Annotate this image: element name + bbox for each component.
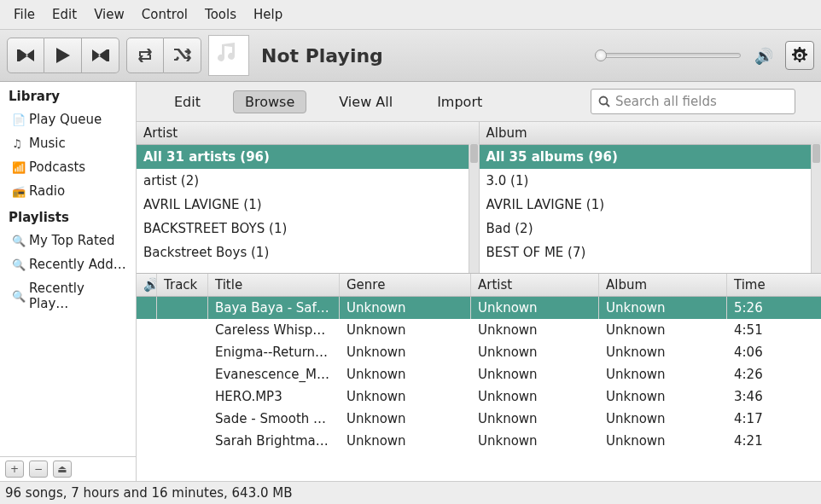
menu-file[interactable]: File (7, 3, 42, 26)
volume-slider[interactable] (596, 53, 741, 58)
add-playlist-button[interactable]: + (5, 461, 24, 478)
sidebar-playlist-item-icon: 🔍 (12, 258, 24, 271)
cell-genre: Unknown (340, 319, 471, 341)
sidebar-library-item-icon: 📄 (12, 113, 24, 126)
track-table-header[interactable]: 🔊 Track Title Genre Artist Album Time (137, 274, 821, 297)
sidebar-playlist-item-1[interactable]: 🔍Recently Add… (0, 252, 136, 276)
browsers: Artist All 31 artists (96)artist (2)AVRI… (137, 122, 821, 274)
sidebar-playlist-item-label: Recently Play… (29, 281, 127, 311)
menu-tools[interactable]: Tools (198, 3, 243, 26)
col-artist[interactable]: Artist (471, 274, 599, 296)
menu-help[interactable]: Help (247, 3, 289, 26)
viewbar-browse[interactable]: Browse (233, 90, 306, 113)
artist-scrollbar[interactable] (469, 144, 479, 273)
album-row[interactable]: Bad (2) (480, 217, 822, 240)
cell-play (137, 385, 157, 408)
viewbar-edit[interactable]: Edit (162, 90, 213, 113)
track-row[interactable]: Baya Baya - Saf…UnknownUnknownUnknown5:2… (137, 297, 821, 319)
album-browser-header[interactable]: Album (480, 122, 822, 145)
settings-button[interactable] (785, 41, 814, 70)
viewbar-import[interactable]: Import (425, 90, 494, 113)
volume-thumb[interactable] (595, 49, 607, 61)
cell-time: 5:26 (727, 297, 812, 319)
cell-album: Unknown (599, 341, 727, 363)
cell-artist: Unknown (471, 408, 599, 430)
artist-row[interactable]: AVRIL LAVIGNE (1) (137, 193, 479, 217)
album-browser: Album All 35 albums (96)3.0 (1)AVRIL LAV… (480, 122, 822, 273)
album-row[interactable]: 3.0 (1) (480, 169, 822, 193)
search-input[interactable] (615, 94, 788, 109)
cell-track (157, 319, 208, 341)
eject-button[interactable]: ⏏ (53, 461, 72, 478)
volume-icon: 🔊 (754, 47, 773, 65)
album-scrollbar[interactable] (811, 144, 821, 273)
artist-browser-header[interactable]: Artist (137, 122, 479, 145)
cell-album: Unknown (599, 385, 727, 408)
sidebar-playlist-item-2[interactable]: 🔍Recently Play… (0, 276, 136, 316)
cell-track (157, 297, 208, 319)
sidebar-library-item-label: Radio (29, 183, 65, 199)
col-track[interactable]: Track (157, 274, 208, 296)
cell-title: Baya Baya - Saf… (208, 297, 340, 319)
track-table: 🔊 Track Title Genre Artist Album Time Ba… (137, 274, 821, 481)
col-playing[interactable]: 🔊 (137, 274, 157, 296)
sidebar-library-item-label: Music (29, 136, 66, 151)
album-row[interactable]: BEST OF ME (7) (480, 240, 822, 264)
cell-time: 4:21 (727, 430, 812, 452)
track-row[interactable]: Evanescence_M…UnknownUnknownUnknown4:26 (137, 363, 821, 385)
content: Edit Browse View All Import Artist All 3… (137, 82, 821, 481)
sidebar-library-item-0[interactable]: 📄Play Queue (0, 107, 136, 131)
remove-playlist-button[interactable]: − (29, 461, 48, 478)
artist-row[interactable]: artist (2) (137, 169, 479, 193)
artist-list[interactable]: All 31 artists (96)artist (2)AVRIL LAVIG… (137, 145, 479, 273)
playlists-heading: Playlists (0, 203, 136, 229)
track-row[interactable]: Careless Whisp…UnknownUnknownUnknown4:51 (137, 319, 821, 341)
repeat-button[interactable] (126, 38, 164, 73)
sidebar-playlist-item-label: My Top Rated (29, 233, 115, 248)
cell-play (137, 408, 157, 430)
sidebar-library-item-icon: ♫ (12, 137, 24, 150)
now-playing-label: Not Playing (261, 45, 383, 67)
col-time[interactable]: Time (727, 274, 812, 296)
sidebar-playlist-item-icon: 🔍 (12, 235, 24, 247)
sidebar: Library 📄Play Queue♫Music📶Podcasts📻Radio… (0, 82, 137, 481)
menu-edit[interactable]: Edit (45, 3, 84, 26)
playback-buttons (7, 38, 119, 73)
next-button[interactable] (82, 38, 119, 73)
menu-control[interactable]: Control (135, 3, 195, 26)
previous-button[interactable] (7, 38, 44, 73)
cell-artist: Unknown (471, 297, 599, 319)
col-album[interactable]: Album (599, 274, 727, 296)
track-row[interactable]: Sarah Brightma…UnknownUnknownUnknown4:21 (137, 430, 821, 452)
search-icon (598, 96, 610, 107)
status-bar: 96 songs, 7 hours and 16 minutes, 643.0 … (0, 481, 821, 504)
sidebar-library-item-2[interactable]: 📶Podcasts (0, 155, 136, 179)
search-box[interactable] (591, 89, 795, 114)
shuffle-button[interactable] (164, 38, 201, 73)
col-title[interactable]: Title (208, 274, 340, 296)
artist-row[interactable]: BACKSTREET BOYS (1) (137, 217, 479, 240)
sidebar-library-item-3[interactable]: 📻Radio (0, 179, 136, 203)
cell-genre: Unknown (340, 363, 471, 385)
cell-track (157, 408, 208, 430)
viewbar-viewall[interactable]: View All (327, 90, 405, 113)
cell-title: Careless Whisp… (208, 319, 340, 341)
album-row[interactable]: AVRIL LAVIGNE (1) (480, 193, 822, 217)
album-row[interactable]: All 35 albums (96) (480, 145, 822, 169)
menu-view[interactable]: View (87, 3, 131, 26)
sidebar-library-item-1[interactable]: ♫Music (0, 131, 136, 155)
cell-time: 4:26 (727, 363, 812, 385)
track-row[interactable]: Enigma--Return…UnknownUnknownUnknown4:06 (137, 341, 821, 363)
sidebar-playlist-item-0[interactable]: 🔍My Top Rated (0, 229, 136, 252)
track-row[interactable]: HERO.MP3UnknownUnknownUnknown3:46 (137, 385, 821, 408)
play-button[interactable] (44, 38, 82, 73)
cell-genre: Unknown (340, 297, 471, 319)
album-list[interactable]: All 35 albums (96)3.0 (1)AVRIL LAVIGNE (… (480, 145, 822, 273)
cell-time: 3:46 (727, 385, 812, 408)
artist-row[interactable]: All 31 artists (96) (137, 145, 479, 169)
col-genre[interactable]: Genre (340, 274, 471, 296)
cell-play (137, 341, 157, 363)
track-row[interactable]: Sade - Smooth …UnknownUnknownUnknown4:17 (137, 408, 821, 430)
cell-artist: Unknown (471, 363, 599, 385)
artist-row[interactable]: Backstreet Boys (1) (137, 240, 479, 264)
